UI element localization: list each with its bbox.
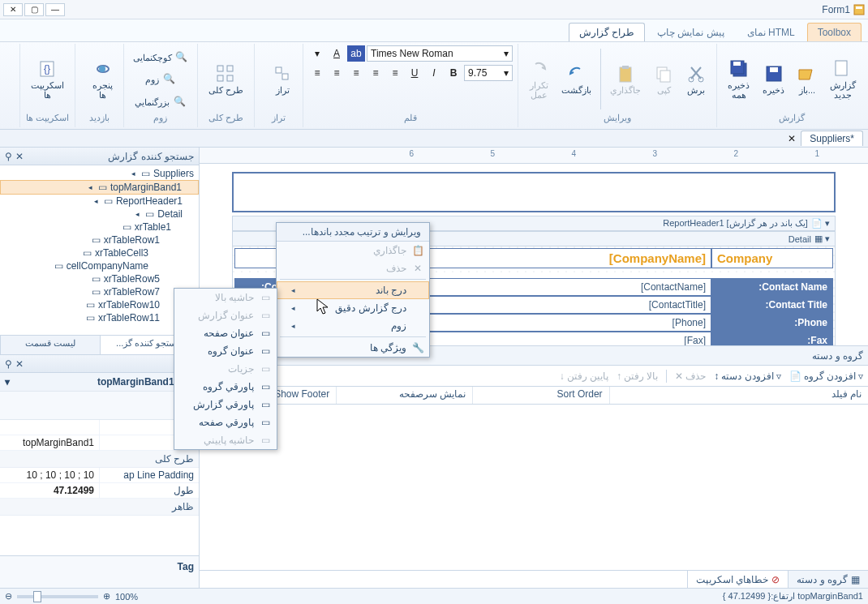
props-object[interactable]: topMarginBand1 Top▾ (0, 373, 199, 392)
tab-designer[interactable]: طراح گزارش (569, 23, 645, 41)
saveall-button[interactable]: ذخیرههمه (722, 45, 755, 113)
doc-tab-suppliers[interactable]: Suppliers* (801, 131, 863, 146)
field-label[interactable]: Contact Name: (711, 278, 833, 296)
prop-cat-appearance[interactable]: ظاهر (0, 499, 199, 516)
zoom-out-icon[interactable]: ⊖ (5, 591, 12, 602)
italic-button[interactable]: I (425, 65, 443, 81)
tree-item[interactable]: xrTable1▭ (0, 221, 199, 233)
tree-item[interactable]: xrTableRow1▭ (0, 233, 199, 246)
report-explorer-tree[interactable]: Suppliers▭◂topMarginBand1▭◂ReportHeader1… (0, 165, 199, 336)
sub-bottom-margin[interactable]: حاشیه پاییني▭ (174, 431, 277, 449)
sub-report-footer[interactable]: پاورقي گزارش▭ (174, 396, 277, 413)
add-sort-button[interactable]: ▿ افزودن دسته ↕ (714, 371, 780, 382)
panel-close-icon[interactable]: ✕ (15, 151, 24, 162)
sub-group-footer[interactable]: پاورقي گروه▭ (174, 378, 277, 396)
zoom-out-button[interactable]: 🔍بزرگنمایي (129, 93, 192, 109)
tree-item[interactable]: xrTableRow7▭ (0, 285, 199, 298)
justify2-button[interactable]: ≡ (308, 65, 326, 81)
ctx-insert-band[interactable]: درج باند◂ (277, 281, 429, 299)
tree-item[interactable]: xrTableCell3▭ (0, 246, 199, 259)
tree-item[interactable]: ReportHeader1▭◂ (0, 195, 199, 208)
document-tabs: ✕ Suppliers* (0, 130, 868, 148)
copy-button[interactable]: کپی (648, 45, 679, 113)
align-center-button[interactable]: ≡ (367, 65, 385, 81)
status-bar: topMarginBand1 ارتفاع:{ 47.12499 } ⊖ ⊕ 1… (0, 588, 868, 604)
sub-page-footer[interactable]: پاورقي صفحه▭ (174, 413, 277, 431)
cut-button[interactable]: برش (681, 45, 711, 113)
underline-button[interactable]: U (406, 65, 423, 81)
ctx-insert-detail[interactable]: درج گزارش دقیق◂ (277, 299, 429, 317)
sub-detail[interactable]: جزیات▭ (174, 360, 277, 378)
property-grid[interactable]: Ta (نام)topMarginBand1 طرح کلی ap Line P… (0, 420, 199, 555)
fields-tab[interactable]: لیست قسمت (0, 336, 100, 354)
sub-report-title[interactable]: عنوان گزارش▭ (174, 306, 277, 324)
paste-button[interactable]: جاگذاري (604, 45, 647, 113)
tree-item[interactable]: Suppliers▭◂ (0, 167, 199, 180)
close-button[interactable]: ✕ (3, 3, 23, 16)
move-up-button[interactable]: بالا رفتن ↑ (617, 371, 658, 382)
context-menu[interactable]: ویرایش و ترتیب مجدد باندها... جاگذاري📋 ح… (276, 222, 430, 358)
zoom-button[interactable]: 🔍زوم (129, 71, 192, 87)
company-label[interactable]: Company (711, 248, 833, 268)
align-button[interactable]: تراز (267, 45, 298, 113)
ctx-properties[interactable]: ویژگي ها🔧 (277, 339, 429, 357)
tab-toolbox[interactable]: Toolbox (807, 23, 862, 41)
context-submenu[interactable]: حاشیه بالا▭ عنوان گزارش▭ عنوان صفحه▭ عنو… (174, 288, 277, 450)
maximize-button[interactable]: ▢ (24, 3, 44, 16)
sub-page-header[interactable]: عنوان صفحه▭ (174, 324, 277, 342)
ctx-zoom[interactable]: زوم◂ (277, 317, 429, 335)
topmargin-band[interactable] (232, 172, 836, 212)
zoom-slider[interactable] (17, 595, 98, 598)
sub-group-header[interactable]: عنوان گروه▭ (174, 342, 277, 360)
prop-cat-layout[interactable]: طرح کلی (0, 451, 199, 468)
forecolor-button[interactable]: ab (347, 45, 365, 62)
windows-button[interactable]: پنجرهها (87, 45, 118, 113)
move-down-button[interactable]: پایین رفتن ↓ (560, 371, 608, 382)
field-label[interactable]: Contact Title: (711, 296, 833, 314)
backcolor-button[interactable]: A (328, 45, 346, 62)
ctx-delete[interactable]: حذف✕ (277, 259, 429, 277)
tree-item[interactable]: xrTableRow10▭ (0, 298, 199, 311)
side-panels: جستجو کننده گزارش ⚲✕ Suppliers▭◂topMargi… (0, 148, 200, 588)
tree-item[interactable]: Detail▭◂ (0, 208, 199, 221)
layout-button[interactable]: طرح کلی (203, 45, 249, 113)
tree-item[interactable]: topMarginBand1▭◂ (0, 180, 199, 195)
tab-group-sort[interactable]: ▦گروه و دسته (788, 571, 868, 588)
save-button[interactable]: ذخیره (757, 45, 790, 113)
doc-close-icon[interactable]: ✕ (788, 133, 796, 144)
group-columns: نام فیلد Sort Order نمایش سرصفحه Show Fo… (200, 386, 868, 404)
svg-rect-19 (227, 75, 233, 81)
open-button[interactable]: باز... (792, 45, 823, 113)
align-right-button[interactable]: ≡ (347, 65, 365, 81)
tree-item[interactable]: cellCompanyName▭ (0, 259, 199, 272)
tab-preview[interactable]: پیش نمایش چاپ (647, 23, 735, 41)
scripts-button[interactable]: {}اسکریپتها (25, 45, 70, 113)
tab-script-errors[interactable]: ⊘خطاهاي اسکریپت (687, 571, 788, 588)
minimize-button[interactable]: — (45, 3, 65, 16)
group-grid[interactable] (200, 404, 868, 570)
group-view-label: بازدید (80, 113, 118, 126)
pin-icon[interactable]: ⚲ (5, 358, 12, 370)
tree-item[interactable]: xrTableRow11▭ (0, 311, 199, 324)
bold-button[interactable]: B (445, 65, 462, 81)
field-label[interactable]: Phone: (711, 314, 833, 332)
justify-button[interactable]: ≡ (328, 65, 346, 81)
font-size-combo[interactable]: 9.75▾ (464, 65, 513, 81)
redo-button[interactable]: تکرارعمل (523, 45, 554, 113)
zoom-in-button[interactable]: 🔍کوچکنمایی (129, 49, 192, 65)
zoom-in-icon[interactable]: ⊕ (103, 591, 110, 602)
tree-item[interactable]: xrTableRow5▭ (0, 272, 199, 285)
font-family-combo[interactable]: Times New Roman▾ (367, 45, 513, 62)
panel-close-icon[interactable]: ✕ (15, 358, 24, 370)
undo-button[interactable]: بازگشت (556, 45, 597, 113)
delete-group-button[interactable]: حذف ✕ (675, 371, 706, 382)
clear-format-button[interactable]: ▾ (308, 45, 326, 62)
add-group-button[interactable]: ▿ افزودن گروه 📄 (789, 371, 863, 382)
pin-icon[interactable]: ⚲ (5, 151, 12, 162)
new-report-button[interactable]: گزارشجدید (824, 45, 862, 113)
tab-html[interactable]: نمای HTML (737, 23, 806, 41)
field-label[interactable]: Fax: (711, 332, 833, 345)
ctx-paste[interactable]: جاگذاري📋 (277, 242, 429, 259)
align-left-button[interactable]: ≡ (386, 65, 404, 81)
sub-top-margin[interactable]: حاشیه بالا▭ (174, 289, 277, 306)
